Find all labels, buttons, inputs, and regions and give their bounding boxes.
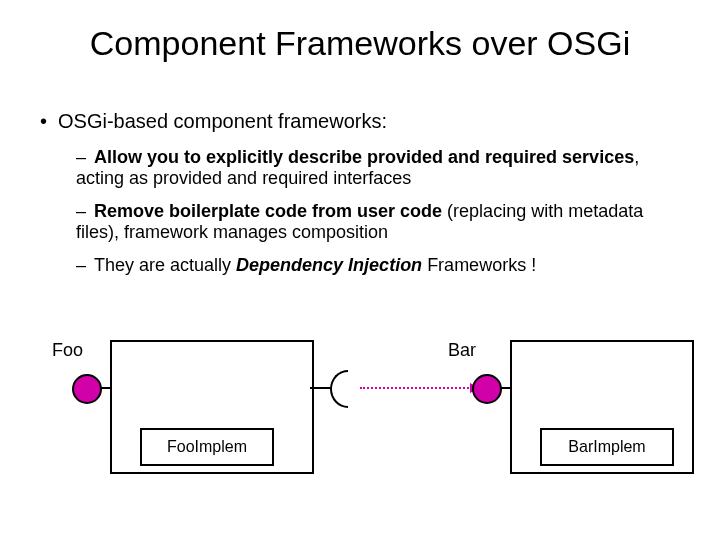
diagram: Foo FooImplem Bar BarImplem (40, 340, 680, 500)
bullet-level2: –Remove boilerplate code from user code … (76, 201, 680, 243)
foo-provided-port-icon (72, 374, 102, 404)
bullet-level2: –They are actually Dependency Injection … (76, 255, 680, 276)
foo-req-stick (310, 387, 332, 389)
foo-impl-box: FooImplem (140, 428, 274, 466)
bullet-level1: •OSGi-based component frameworks: (40, 110, 680, 133)
bar-provided-port-icon (472, 374, 502, 404)
dash-icon: – (76, 255, 94, 276)
bullet-dot-icon: • (40, 110, 58, 133)
slide: Component Frameworks over OSGi •OSGi-bas… (0, 0, 720, 540)
foo-label: Foo (52, 340, 83, 361)
bar-label: Bar (448, 340, 476, 361)
slide-body: •OSGi-based component frameworks: –Allow… (40, 110, 680, 288)
bullet-text: OSGi-based component frameworks: (58, 110, 387, 132)
dash-icon: – (76, 147, 94, 168)
bullet-level2: –Allow you to explicitly describe provid… (76, 147, 680, 189)
slide-title: Component Frameworks over OSGi (0, 24, 720, 63)
dash-icon: – (76, 201, 94, 222)
foo-impl-label: FooImplem (167, 438, 247, 456)
bar-impl-label: BarImplem (568, 438, 645, 456)
bar-impl-box: BarImplem (540, 428, 674, 466)
